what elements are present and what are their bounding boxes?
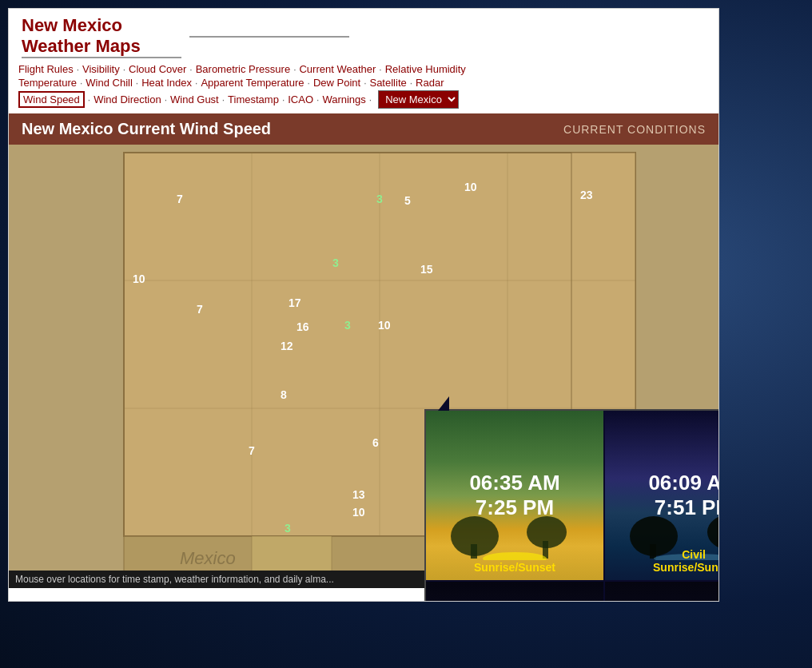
nav-flight-rules[interactable]: Flight Rules xyxy=(18,63,74,75)
wind-value: 17 xyxy=(289,296,301,309)
wind-value: 6 xyxy=(372,436,379,449)
sunrise-time: 06:35 AM 7:25 PM xyxy=(469,471,559,520)
nav-row-2: Temperature · Wind Chill · Heat Index · … xyxy=(18,77,709,89)
wind-value: 15 xyxy=(420,263,433,276)
nav-wind-speed[interactable]: Wind Speed xyxy=(18,91,85,108)
sunrise-time2: 7:25 PM xyxy=(469,495,559,520)
svg-text:Mexico: Mexico xyxy=(180,548,236,568)
civil-time: 06:09 AM 7:51 PM xyxy=(648,471,718,520)
popup-moon-cell: Moon Phase: Waxing Crescent Moon Ilumina… xyxy=(605,582,718,601)
main-container: New Mexico Weather Maps Flight Rules · V… xyxy=(8,8,719,602)
wind-value: 7 xyxy=(197,303,203,316)
wind-value: 3 xyxy=(344,319,351,332)
map-title: New Mexico Current Wind Speed xyxy=(22,120,271,138)
civil-time2: 7:51 PM xyxy=(648,495,718,520)
popup-civil-cell: 06:09 AM 7:51 PM Civil Sunrise/Sunset xyxy=(605,411,718,580)
wind-value: 3 xyxy=(285,522,291,535)
nav-apparent-temperature[interactable]: Apparent Temperature xyxy=(201,77,304,89)
map-section: New Mexico Current Wind Speed CURRENT CO… xyxy=(9,113,718,601)
wind-value: 7 xyxy=(249,444,255,457)
popup-overlay: 06:35 AM 7:25 PM Sunrise/Sunset 06:09 A xyxy=(424,409,718,601)
civil-sublabel-text: Sunrise/Sunset xyxy=(653,561,718,574)
sunrise-time1: 06:35 AM xyxy=(469,471,559,495)
popup-nautical-cell: 05:38 AM 8:21 PM Nautical Sunrise/Sunset xyxy=(426,582,603,601)
wind-value: 3 xyxy=(332,256,339,269)
svg-point-16 xyxy=(483,552,547,560)
wind-value: 10 xyxy=(464,181,477,193)
civil-time1: 06:09 AM xyxy=(648,471,718,495)
header: New Mexico Weather Maps Flight Rules · V… xyxy=(9,9,718,109)
wind-value: 16 xyxy=(297,320,309,333)
civil-label-text: Civil xyxy=(682,548,706,561)
nav-visibility[interactable]: Visibility xyxy=(82,63,120,75)
nav-warnings[interactable]: Warnings xyxy=(322,93,365,105)
wind-value: 10 xyxy=(378,319,391,332)
title-divider xyxy=(189,36,349,38)
nav-heat-index[interactable]: Heat Index xyxy=(141,77,192,89)
state-select[interactable]: New Mexico Alabama Alaska Arizona Arkans… xyxy=(378,90,459,109)
wind-value: 8 xyxy=(281,388,287,401)
site-title-text: New Mexico Weather Maps xyxy=(22,15,181,58)
nav-row-1: Flight Rules · Visibility · Cloud Cover … xyxy=(18,63,709,75)
site-title: New Mexico Weather Maps xyxy=(18,15,709,58)
moon-content: Moon Phase: Waxing Crescent Moon Ilumina… xyxy=(655,590,718,601)
nav-wind-chill[interactable]: Wind Chill xyxy=(86,77,133,89)
map-subtitle: CURRENT CONDITIONS xyxy=(563,123,706,136)
wind-value: 5 xyxy=(404,194,411,207)
popup-pointer xyxy=(438,396,449,411)
wind-value: 12 xyxy=(281,340,293,352)
svg-rect-13 xyxy=(471,544,477,559)
state-select-wrapper: New Mexico Alabama Alaska Arizona Arkans… xyxy=(378,90,459,109)
nav-satellite[interactable]: Satellite xyxy=(369,77,406,89)
nav-wind-gust[interactable]: Wind Gust xyxy=(170,93,219,105)
wind-value: 3 xyxy=(376,193,383,205)
wind-value: 10 xyxy=(133,272,145,285)
sunrise-label: Sunrise/Sunset xyxy=(426,561,603,574)
nav-relative-humidity[interactable]: Relative Humidity xyxy=(385,63,466,75)
nav-radar[interactable]: Radar xyxy=(416,77,444,89)
status-bar-text: Mouse over locations for time stamp, wea… xyxy=(15,574,334,585)
nav-dew-point[interactable]: Dew Point xyxy=(313,77,360,89)
nav-timestamp[interactable]: Timestamp xyxy=(228,93,279,105)
civil-label: Civil Sunrise/Sunset xyxy=(605,548,718,574)
nav-row-3: Wind Speed · Wind Direction · Wind Gust … xyxy=(18,90,709,109)
wind-value: 10 xyxy=(352,506,365,519)
nav-barometric-pressure[interactable]: Barometric Pressure xyxy=(196,63,290,75)
wind-value: 23 xyxy=(580,189,593,201)
nav-wind-direction[interactable]: Wind Direction xyxy=(94,93,161,105)
nav-icao[interactable]: ICAO xyxy=(288,93,313,105)
nav-temperature[interactable]: Temperature xyxy=(18,77,77,89)
nav-cloud-cover[interactable]: Cloud Cover xyxy=(129,63,186,75)
nav-current-weather[interactable]: Current Weather xyxy=(299,63,376,75)
wind-value: 7 xyxy=(177,193,183,205)
map-header: New Mexico Current Wind Speed CURRENT CO… xyxy=(9,113,718,145)
popup-sunrise-cell: 06:35 AM 7:25 PM Sunrise/Sunset xyxy=(426,411,603,580)
wind-value: 13 xyxy=(352,488,365,501)
